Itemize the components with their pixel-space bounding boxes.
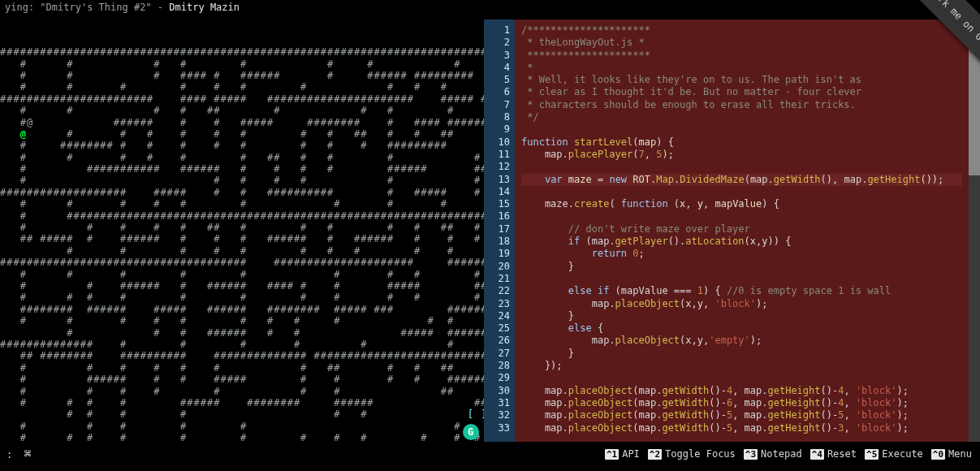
line-number: 7 [489, 99, 510, 111]
code-line[interactable]: maze.create( function (x, y, mapValue) { [521, 198, 962, 210]
code-area[interactable]: /********************* * theLongWayOut.j… [515, 19, 969, 442]
shortcut-key-list: ^1API^2Toggle Focus^3Notepad^4Reset^5Exe… [597, 448, 923, 460]
code-line[interactable]: var maze = new ROT.Map.DividedMaze(map.g… [521, 174, 962, 186]
maze-row: # # # # # # # # # # # # [0, 315, 484, 326]
code-line[interactable]: }); [521, 360, 962, 372]
maze-row: ##################################### ##… [0, 257, 484, 268]
shortcut-toggle-focus[interactable]: ^2Toggle Focus [640, 448, 736, 460]
menu-shortcut[interactable]: ^0Menu [923, 448, 980, 460]
code-line[interactable]: map.placeObject(x,y, 'block'); [521, 298, 962, 310]
code-line[interactable]: map.placeObject(x,y,'empty'); [521, 335, 962, 347]
game-maze-pane[interactable]: ########################################… [0, 19, 484, 445]
line-number: 33 [489, 422, 510, 434]
code-line[interactable]: map.placeObject(map.getWidth()-6, map.ge… [521, 397, 962, 409]
line-number: 6 [489, 86, 510, 98]
maze-row: ######## ###### ##### ###### ######## ##… [0, 304, 484, 315]
code-line[interactable]: * [521, 62, 962, 74]
code-line[interactable]: ********************* [521, 50, 962, 62]
maze-row: # # # # # # # # # [0, 58, 484, 70]
line-number: 5 [489, 74, 510, 86]
line-number: 17 [489, 223, 510, 236]
code-line[interactable] [521, 161, 962, 173]
code-line[interactable]: map.placeObject(map.getWidth()-5, map.ge… [521, 422, 962, 434]
shortcut-notepad[interactable]: ^3Notepad [736, 448, 802, 460]
maze-row: # # # # # # [ ] ]# # [0, 408, 484, 420]
code-line[interactable]: else if (mapValue === 1) { //0 is empty … [521, 285, 962, 297]
code-line[interactable]: /********************* [521, 24, 962, 37]
code-line[interactable]: } [521, 310, 962, 322]
line-number: 30 [489, 385, 510, 397]
maze-row: ########################################… [0, 46, 484, 58]
line-number-gutter: 1234567891011121314151617181920212223242… [486, 19, 515, 442]
code-line[interactable]: if (map.getPlayer().atLocation(x,y)) { [521, 236, 962, 248]
maze-row: ## ##### # ###### # # # ###### # ###### … [0, 233, 484, 244]
command-prompt[interactable]: : ⌘ [0, 447, 38, 461]
editor-scrollbar[interactable] [969, 19, 980, 442]
line-number: 25 [489, 322, 510, 335]
maze-row: # ######################################… [0, 210, 484, 222]
line-number: 24 [489, 310, 510, 322]
code-line[interactable]: map.placeObject(map.getWidth()-5, map.ge… [521, 409, 962, 421]
grammarly-icon[interactable]: G [463, 424, 479, 440]
code-line[interactable]: return 0; [521, 248, 962, 260]
code-line[interactable]: * characters should be enough to erase a… [521, 99, 962, 111]
maze-row: # # # # # # # # # # # [0, 81, 484, 93]
now-playing-bar: ying: "Dmitry's Thing #2" - Dmitry Mazin [0, 0, 980, 19]
line-number: 12 [489, 161, 510, 173]
code-line[interactable]: map.placeObject(map.getWidth()-4, map.ge… [521, 385, 962, 397]
maze-row: ############## # # # # # # # [0, 339, 484, 350]
line-number: 11 [489, 149, 510, 161]
line-number: 19 [489, 248, 510, 260]
maze-row: # # # # ## # # # # # [0, 105, 484, 116]
line-number: 18 [489, 236, 510, 248]
line-number: 32 [489, 409, 510, 421]
code-line[interactable]: else { [521, 322, 962, 335]
code-line[interactable]: function startLevel(map) { [521, 136, 962, 149]
maze-row: ## ######## ########## ############## ##… [0, 350, 484, 361]
line-number: 4 [489, 62, 510, 74]
line-number: 16 [489, 210, 510, 223]
maze-row: # # # # # # # [0, 421, 484, 432]
line-number: 27 [489, 348, 510, 360]
code-editor-pane[interactable]: rk me on G 12345678910111213141516171819… [484, 19, 980, 442]
code-line[interactable] [521, 186, 962, 198]
maze-row: # # # # # # # # # # [0, 269, 484, 280]
maze-row: # ###### # # ##### # # # # ######### # [0, 374, 484, 385]
maze-row: # # # # # # # ## # # ## # [0, 362, 484, 374]
shortcut-reset[interactable]: ^4Reset [802, 448, 857, 460]
line-number: 2 [489, 37, 510, 49]
line-number: 8 [489, 111, 510, 123]
maze-row: # # # # # # ## # # # # # [0, 152, 484, 163]
code-line[interactable]: } [521, 261, 962, 273]
maze-row: @ # # # # # # # # ## # # ## # [0, 128, 484, 140]
maze-row: ####################### #### ##### #####… [0, 93, 484, 105]
code-line[interactable]: } [521, 348, 962, 360]
line-number: 15 [489, 198, 510, 210]
maze-row: # # # # # # # # # # # [0, 245, 484, 257]
code-line[interactable]: * theLongWayOut.js * [521, 37, 962, 49]
maze-row: #@ ###### # # ##### ######## # #### ####… [0, 117, 484, 128]
line-number: 1 [489, 24, 510, 37]
code-line[interactable]: * Well, it looks like they're on to us. … [521, 74, 962, 86]
line-number: 29 [489, 372, 510, 384]
shortcut-execute[interactable]: ^5Execute [857, 448, 923, 460]
code-line[interactable]: map.placePlayer(7, 5); [521, 149, 962, 161]
exit-marker: [ ] [468, 408, 484, 420]
code-line[interactable] [521, 123, 962, 136]
maze-row: # # # # # # # # # # # # # [0, 432, 484, 443]
code-line[interactable]: // don't write maze over player [521, 223, 962, 236]
code-line[interactable]: * clear as I thought it'd be. But no mat… [521, 86, 962, 98]
line-number: 28 [489, 360, 510, 372]
maze-row: ########################################… [0, 443, 484, 445]
maze-row: # # # # # # # ## # [0, 386, 484, 397]
line-number: 9 [489, 123, 510, 136]
line-number: 26 [489, 335, 510, 347]
code-line[interactable]: */ [521, 111, 962, 123]
maze-row: ################### ##### # # ##########… [0, 187, 484, 198]
code-line[interactable] [521, 273, 962, 285]
code-line[interactable] [521, 372, 962, 384]
shortcut-api[interactable]: ^1API [597, 448, 640, 460]
line-number: 23 [489, 298, 510, 310]
line-number: 22 [489, 285, 510, 297]
code-line[interactable] [521, 210, 962, 223]
